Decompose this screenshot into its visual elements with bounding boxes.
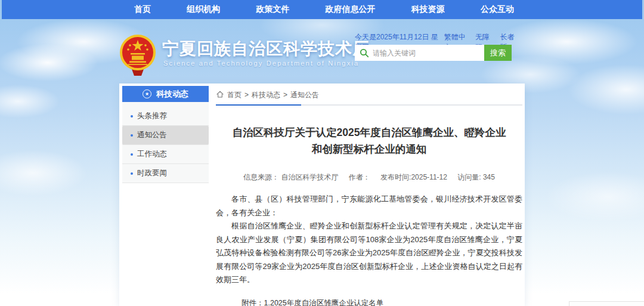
sidebar-menu: 头条推荐 通知公告 工作动态 时政要闻 [122,102,209,183]
breadcrumb: 首页 > 科技动态 > 通知公告 [216,89,522,100]
nav-item-gov-info-disclosure[interactable]: 政府信息公开 [326,4,376,15]
sidebar-header: 科技动态 [122,86,209,102]
attachments-label: 附件： [242,296,264,306]
sidebar-item-label: 通知公告 [137,130,167,140]
article-paragraph: 各市、县（区）科技管理部门，宁东能源化工基地管委会，银川经济技术开发区管委会，各… [216,193,522,220]
breadcrumb-divider-accent [216,104,301,106]
meta-author: 作者： [349,173,370,181]
meta-publish-time: 发布时间:2025-11-12 [380,173,447,181]
site-title: 宁夏回族自治区科学技术厅 [162,38,370,60]
national-emblem-logo [118,33,157,78]
attachment-item-1[interactable]: 1.2025年度自治区雏鹰企业认定名单 [264,296,406,306]
sidebar-item-label: 时政要闻 [137,168,167,178]
attachments: 附件： 1.2025年度自治区雏鹰企业认定名单 2.2025年度自治区瞪羚企业认… [242,296,522,306]
sidebar: 科技动态 头条推荐 通知公告 工作动态 时政要闻 [122,86,209,183]
sidebar-item-notices[interactable]: 通知公告 [122,126,209,145]
sidebar-item-label: 工作动态 [137,149,167,159]
home-icon [216,90,224,100]
breadcrumb-separator: > [283,91,287,99]
star-circle-icon [143,89,151,98]
breadcrumb-divider [216,104,522,106]
sidebar-item-label: 头条推荐 [137,111,167,121]
breadcrumb-tech-dynamics[interactable]: 科技动态 [252,90,280,100]
meta-views: 访问量: 345 [457,173,495,181]
sidebar-item-work-dynamics[interactable]: 工作动态 [122,145,209,164]
article-title-line2: 和创新型标杆企业的通知 [216,141,522,157]
corner-widget-edge [569,301,644,306]
bullet-icon [131,115,133,118]
article-paragraph: 根据自治区雏鹰企业、瞪羚企业和创新型标杆企业认定管理有关规定，决定认定半亩良人农… [216,220,522,287]
article-title-line1: 自治区科技厅关于认定2025年度自治区雏鹰企业、瞪羚企业 [216,124,522,141]
search-icon [360,48,369,60]
sidebar-item-headlines[interactable]: 头条推荐 [122,107,209,126]
sidebar-title: 科技动态 [156,89,188,100]
site-subtitle: Science and Technology Department of Nin… [163,60,359,67]
nav-item-organization[interactable]: 组织机构 [187,4,220,15]
article-meta: 信息来源： 自治区科学技术厅 作者： 发布时间:2025-11-12 访问量: … [216,172,522,183]
content-panel: 科技动态 头条推荐 通知公告 工作动态 时政要闻 [119,84,525,306]
page: 首页 组织机构 政策文件 政府信息公开 科技资源 公众互动 宁夏回族自治区科学技… [0,0,644,306]
search-button[interactable]: 搜索 [484,45,512,61]
breadcrumb-separator: > [244,91,249,99]
breadcrumb-home[interactable]: 首页 [227,90,242,100]
breadcrumb-notices[interactable]: 通知公告 [290,90,319,100]
nav-item-public-interaction[interactable]: 公众互动 [481,4,514,15]
meta-source: 信息来源： 自治区科学技术厅 [243,173,338,181]
nav-item-tech-resources[interactable]: 科技资源 [411,4,445,15]
nav-item-home[interactable]: 首页 [134,4,151,15]
bullet-icon [131,134,133,137]
article-title: 自治区科技厅关于认定2025年度自治区雏鹰企业、瞪羚企业 和创新型标杆企业的通知 [216,124,522,157]
sidebar-item-current-politics[interactable]: 时政要闻 [122,164,209,183]
bullet-icon [131,153,133,156]
article: 首页 > 科技动态 > 通知公告 自治区科技厅关于认定2025年度自治区雏鹰企业… [216,89,522,306]
nav-item-policy-documents[interactable]: 政策文件 [256,4,289,15]
article-body: 各市、县（区）科技管理部门，宁东能源化工基地管委会，银川经济技术开发区管委会，各… [216,193,522,287]
bullet-icon [131,172,133,175]
search-bar: 搜索 [355,45,512,61]
top-nav: 首页 组织机构 政策文件 政府信息公开 科技资源 公众互动 [2,0,642,19]
attachment-list: 1.2025年度自治区雏鹰企业认定名单 2.2025年度自治区瞪羚企业认定名单 … [264,296,406,306]
search-input[interactable] [355,45,484,61]
